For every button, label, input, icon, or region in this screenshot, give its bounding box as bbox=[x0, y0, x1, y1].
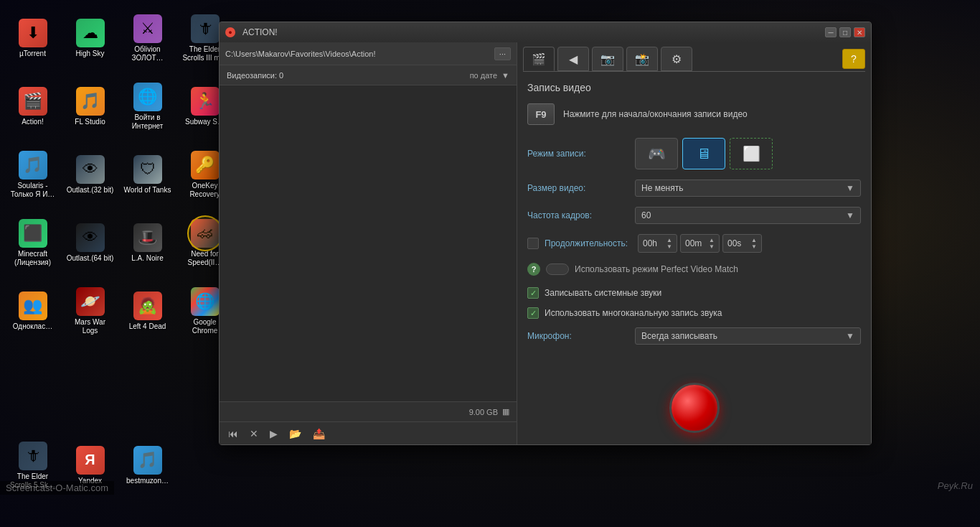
action-label: Action! bbox=[22, 118, 44, 126]
action-window: ● ACTION! ─ □ ✕ C:\Users\Makarov\Favorit… bbox=[219, 22, 872, 445]
icon-minecraft[interactable]: ⬛ Minecraft (Лицензия) bbox=[6, 210, 60, 275]
soularis-icon: 🎵 bbox=[19, 151, 47, 179]
f9-description: Нажмите для начала/окончания записи виде… bbox=[563, 109, 748, 119]
highsky-label: High Sky bbox=[75, 50, 104, 58]
path-browse-button[interactable]: ··· bbox=[494, 47, 511, 60]
record-mode-row: Режим записи: 🎮 🖥 ⬜ bbox=[527, 138, 861, 169]
record-button[interactable] bbox=[669, 383, 720, 433]
tab-camera[interactable]: 📷 bbox=[592, 47, 623, 71]
skip-back-button[interactable]: ⏮ bbox=[225, 426, 241, 441]
system-sounds-checkbox[interactable]: ✓ bbox=[527, 287, 539, 299]
export-button[interactable]: 📤 bbox=[310, 426, 328, 441]
worldtanks-icon: 🛡 bbox=[133, 155, 162, 184]
tab-settings[interactable]: ⚙ bbox=[661, 47, 692, 71]
elderscrolls5-icon: 🗡 bbox=[19, 442, 47, 470]
window-title: ACTION! bbox=[242, 27, 278, 37]
fl-icon: 🎵 bbox=[76, 87, 105, 116]
multichannel-checkbox[interactable]: ✓ bbox=[527, 307, 539, 319]
path-bar: C:\Users\Makarov\Favorites\Videos\Action… bbox=[220, 42, 517, 65]
subway-icon: 🏃 bbox=[191, 87, 220, 116]
outlast64-icon: 👁 bbox=[76, 223, 105, 252]
f9-row: F9 Нажмите для начала/окончания записи в… bbox=[527, 103, 861, 125]
screencast-watermark: Screencast-O-Matic.com bbox=[0, 481, 114, 495]
icon-internet[interactable]: 🌐 Войти в Интернет bbox=[121, 74, 174, 139]
duration-row: Продолжительность: 00h ▲▼ 00m ▲▼ bbox=[527, 234, 861, 253]
icon-fl[interactable]: 🎵 FL Studio bbox=[63, 74, 117, 139]
stop-button[interactable]: ✕ bbox=[247, 426, 261, 441]
elderscrolls-icon: 🗡 bbox=[191, 14, 220, 43]
tab-bar: 🎬 ◀ 📷 📸 ⚙ ? bbox=[517, 42, 871, 71]
path-text: C:\Users\Makarov\Favorites\Videos\Action… bbox=[225, 50, 490, 58]
outlast32-icon: 👁 bbox=[76, 155, 105, 184]
desktop: ⬇ µTorrent ☁ High Sky ⚔ Обlivion ЗОЛОТ… … bbox=[0, 0, 980, 527]
chrome-icon: 🌐 bbox=[191, 287, 220, 316]
icon-action[interactable]: 🎬 Action! bbox=[6, 74, 60, 139]
lanoire-icon: 🎩 bbox=[133, 223, 162, 252]
videos-count: Видеозаписи: 0 bbox=[227, 71, 470, 80]
microphone-arrow-icon: ▼ bbox=[846, 331, 854, 341]
info-button[interactable]: ? bbox=[842, 49, 865, 69]
tab-playback[interactable]: ◀ bbox=[557, 47, 589, 71]
icon-worldtanks[interactable]: 🛡 World of Tanks bbox=[121, 142, 174, 207]
icon-oblivion[interactable]: ⚔ Обlivion ЗОЛОТ… bbox=[121, 6, 174, 70]
outlast32-label: Outlast.(32 bit) bbox=[67, 186, 114, 195]
close-button[interactable]: ✕ bbox=[854, 27, 865, 37]
minimize-button[interactable]: ─ bbox=[825, 27, 837, 37]
icon-mars[interactable]: 🪐 Mars War Logs bbox=[63, 279, 117, 343]
storage-icon[interactable]: ▦ bbox=[502, 407, 509, 416]
left-panel: C:\Users\Makarov\Favorites\Videos\Action… bbox=[220, 42, 517, 444]
outlast64-label: Outlast.(64 bit) bbox=[67, 254, 114, 263]
video-size-dropdown[interactable]: Не менять ▼ bbox=[635, 179, 861, 197]
lanoire-label: L.A. Noire bbox=[131, 254, 163, 263]
icon-bestmuzon[interactable]: 🎵 bestmuzon… bbox=[121, 437, 174, 494]
dropdown-arrow-icon: ▼ bbox=[846, 183, 854, 193]
selection-ring bbox=[187, 215, 223, 251]
framerate-dropdown[interactable]: 60 ▼ bbox=[635, 207, 861, 224]
duration-toggle[interactable] bbox=[527, 238, 539, 249]
mode-screen-button[interactable]: 🖥 bbox=[682, 138, 725, 169]
sort-arrow-icon[interactable]: ▼ bbox=[501, 71, 509, 80]
video-size-label: Размер видео: bbox=[527, 183, 635, 193]
icon-odnoklassniki[interactable]: 👥 Одноклас… bbox=[6, 279, 60, 343]
help-button[interactable]: ? bbox=[527, 263, 540, 276]
microphone-dropdown[interactable]: Всегда записывать ▼ bbox=[635, 327, 861, 345]
icon-utorrent[interactable]: ⬇ µTorrent bbox=[6, 6, 60, 70]
folder-button[interactable]: 📂 bbox=[286, 426, 304, 441]
play-button[interactable]: ▶ bbox=[267, 426, 281, 441]
bestmuzon-icon: 🎵 bbox=[133, 446, 162, 475]
tab-video[interactable]: 🎬 bbox=[523, 47, 555, 71]
icon-outlast32[interactable]: 👁 Outlast.(32 bit) bbox=[63, 142, 117, 207]
icon-lanoire[interactable]: 🎩 L.A. Noire bbox=[121, 210, 174, 275]
perfect-match-toggle[interactable] bbox=[546, 264, 569, 275]
video-size-row: Размер видео: Не менять ▼ bbox=[527, 179, 861, 197]
duration-minutes-input[interactable]: 00m ▲▼ bbox=[680, 234, 720, 253]
sort-label: по дате bbox=[470, 71, 497, 80]
f9-button[interactable]: F9 bbox=[527, 103, 555, 125]
highsky-icon: ☁ bbox=[76, 19, 105, 47]
worldtanks-label: World of Tanks bbox=[124, 186, 171, 195]
mode-gamepad-button[interactable]: 🎮 bbox=[635, 138, 678, 169]
oblivion-label: Обlivion ЗОЛОТ… bbox=[123, 45, 171, 62]
internet-icon: 🌐 bbox=[133, 83, 162, 111]
duration-seconds-input[interactable]: 00s ▲▼ bbox=[722, 234, 762, 253]
peyk-watermark: Peyk.Ru bbox=[938, 480, 973, 491]
minecraft-label: Minecraft (Лицензия) bbox=[9, 250, 57, 267]
system-sounds-label: Записывать системные звуки bbox=[545, 288, 661, 298]
odnoklassniki-label: Одноклас… bbox=[13, 322, 52, 331]
icon-highsky[interactable]: ☁ High Sky bbox=[63, 6, 117, 70]
odnoklassniki-icon: 👥 bbox=[19, 292, 47, 320]
minecraft-icon: ⬛ bbox=[19, 219, 47, 248]
icon-outlast64[interactable]: 👁 Outlast.(64 bit) bbox=[63, 210, 117, 275]
mode-region-button[interactable]: ⬜ bbox=[730, 138, 773, 169]
maximize-button[interactable]: □ bbox=[839, 27, 851, 37]
icon-left4dead[interactable]: 🧟 Left 4 Dead bbox=[121, 279, 174, 343]
left4dead-icon: 🧟 bbox=[133, 292, 162, 320]
perfect-match-row: ? Использовать режим Perfect Video Match bbox=[527, 263, 861, 276]
window-controls: ─ □ ✕ bbox=[825, 27, 865, 37]
icon-soularis[interactable]: 🎵 Soularis - Только Я И… bbox=[6, 142, 60, 207]
tab-screenshot[interactable]: 📸 bbox=[626, 47, 658, 71]
perfect-match-label: Использовать режим Perfect Video Match bbox=[575, 264, 738, 274]
duration-hours-input[interactable]: 00h ▲▼ bbox=[638, 234, 677, 253]
onekey-icon: 🔑 bbox=[191, 151, 220, 179]
section-title: Запись видео bbox=[527, 82, 861, 93]
